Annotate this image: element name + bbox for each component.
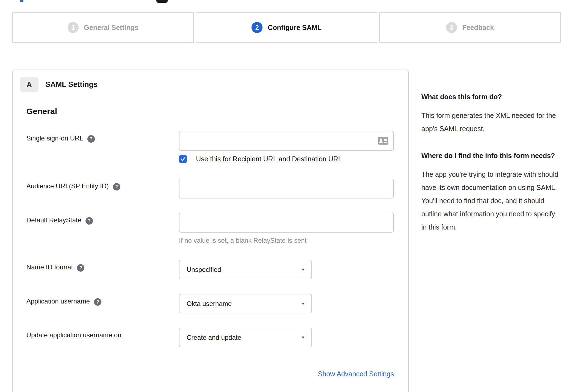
name-id-format-label: Name ID format bbox=[26, 263, 73, 271]
sso-url-row: Single sign-on URL ? bbox=[26, 131, 408, 163]
saml-settings-card: A SAML Settings General Single sign-on U… bbox=[12, 70, 409, 392]
wizard-stepper: 1 General Settings 2 Configure SAML 3 Fe… bbox=[12, 12, 561, 43]
step-general-settings[interactable]: 1 General Settings bbox=[12, 12, 194, 43]
recipient-url-checkbox-row: Use this for Recipient URL and Destinati… bbox=[179, 155, 408, 163]
step-feedback[interactable]: 3 Feedback bbox=[379, 12, 561, 43]
update-username-select[interactable]: Create and update ▾ bbox=[179, 328, 312, 347]
step-configure-saml[interactable]: 2 Configure SAML bbox=[196, 12, 377, 43]
help-body-what: This form generates the XML needed for t… bbox=[421, 109, 562, 135]
step-label: General Settings bbox=[84, 24, 139, 32]
help-body-where: The app you're trying to integrate with … bbox=[421, 168, 562, 234]
name-id-format-label-wrap: Name ID format ? bbox=[26, 260, 179, 272]
audience-uri-row: Audience URI (SP Entity ID) ? bbox=[26, 179, 408, 198]
application-username-label-wrap: Application username ? bbox=[26, 294, 179, 306]
chevron-down-icon: ▾ bbox=[302, 267, 304, 272]
card-header: A SAML Settings bbox=[20, 77, 408, 92]
help-heading-where: Where do I find the info this form needs… bbox=[421, 150, 562, 162]
update-username-label-wrap: Update application username on bbox=[26, 328, 179, 339]
application-username-value: Okta username bbox=[187, 300, 232, 308]
help-icon[interactable]: ? bbox=[77, 264, 84, 272]
update-username-control: Create and update ▾ bbox=[179, 328, 408, 347]
recipient-url-checkbox-label[interactable]: Use this for Recipient URL and Destinati… bbox=[196, 155, 342, 163]
sso-url-label: Single sign-on URL bbox=[26, 134, 83, 142]
name-id-format-row: Name ID format ? Unspecified ▾ bbox=[26, 260, 408, 279]
sso-url-label-wrap: Single sign-on URL ? bbox=[26, 131, 179, 143]
show-advanced-settings-link[interactable]: Show Advanced Settings bbox=[318, 370, 394, 378]
audience-uri-label: Audience URI (SP Entity ID) bbox=[26, 182, 109, 190]
help-sidebar: What does this form do? This form genera… bbox=[421, 91, 562, 248]
general-section-heading: General bbox=[26, 107, 408, 116]
advanced-settings-row: Show Advanced Settings bbox=[26, 370, 394, 378]
audience-uri-label-wrap: Audience URI (SP Entity ID) ? bbox=[26, 179, 179, 191]
update-username-row: Update application username on Create an… bbox=[26, 328, 408, 347]
help-icon[interactable]: ? bbox=[87, 135, 95, 143]
relay-state-control: If no value is set, a blank RelayState i… bbox=[179, 213, 408, 244]
chevron-down-icon: ▾ bbox=[302, 301, 304, 306]
name-id-format-value: Unspecified bbox=[187, 266, 221, 274]
section-a-badge: A bbox=[20, 77, 38, 92]
update-username-value: Create and update bbox=[187, 334, 241, 341]
application-username-label: Application username bbox=[26, 297, 90, 305]
help-heading-what: What does this form do? bbox=[421, 91, 562, 103]
step-label: Configure SAML bbox=[268, 24, 322, 32]
saml-form: Single sign-on URL ? bbox=[26, 131, 408, 347]
clipped-dark-fragment bbox=[156, 0, 168, 3]
chevron-down-icon: ▾ bbox=[302, 335, 304, 340]
relay-state-label-wrap: Default RelayState ? bbox=[26, 213, 179, 225]
recipient-url-checkbox[interactable] bbox=[179, 155, 187, 163]
sso-url-control: Use this for Recipient URL and Destinati… bbox=[179, 131, 408, 163]
name-id-format-control: Unspecified ▾ bbox=[179, 260, 408, 279]
step-number-badge: 2 bbox=[251, 22, 262, 33]
application-username-control: Okta username ▾ bbox=[179, 294, 408, 313]
relay-state-input[interactable] bbox=[179, 213, 394, 233]
sso-url-input-wrap bbox=[179, 131, 394, 151]
step-label: Feedback bbox=[462, 24, 494, 32]
clipped-blue-fragment bbox=[20, 0, 23, 2]
name-id-format-select[interactable]: Unspecified ▾ bbox=[179, 260, 312, 279]
relay-state-hint: If no value is set, a blank RelayState i… bbox=[179, 237, 408, 244]
application-username-row: Application username ? Okta username ▾ bbox=[26, 294, 408, 313]
help-icon[interactable]: ? bbox=[94, 298, 101, 306]
help-icon[interactable]: ? bbox=[113, 183, 120, 191]
help-icon[interactable]: ? bbox=[85, 217, 93, 225]
step-number-badge: 1 bbox=[68, 22, 79, 33]
sso-url-input[interactable] bbox=[179, 131, 394, 151]
step-number-badge: 3 bbox=[446, 22, 457, 33]
contact-card-icon bbox=[378, 137, 388, 145]
card-title: SAML Settings bbox=[45, 80, 98, 89]
application-username-select[interactable]: Okta username ▾ bbox=[179, 294, 312, 313]
relay-state-row: Default RelayState ? If no value is set,… bbox=[26, 213, 408, 244]
audience-uri-control bbox=[179, 179, 408, 198]
update-username-label: Update application username on bbox=[26, 331, 121, 339]
audience-uri-input[interactable] bbox=[179, 179, 394, 198]
relay-state-label: Default RelayState bbox=[26, 216, 81, 224]
